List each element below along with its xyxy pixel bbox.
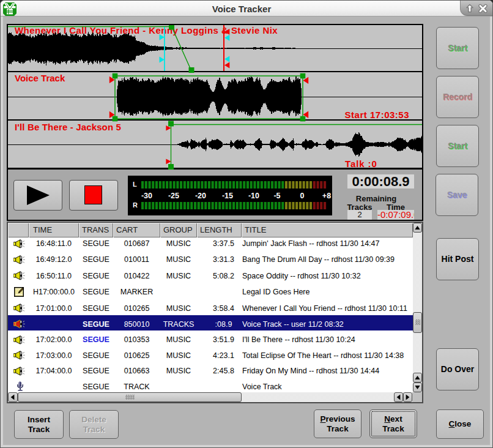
- svg-text:+8: +8: [322, 192, 331, 200]
- svg-text:-25: -25: [168, 192, 179, 200]
- svg-text:R: R: [133, 201, 138, 209]
- svg-text:L: L: [133, 181, 137, 188]
- svg-text:-20: -20: [195, 192, 206, 200]
- svg-text:-30: -30: [141, 192, 152, 200]
- svg-text:0: 0: [300, 192, 305, 200]
- svg-text:-15: -15: [222, 192, 233, 200]
- svg-text:-10: -10: [248, 192, 259, 200]
- svg-text:-5: -5: [273, 192, 280, 200]
